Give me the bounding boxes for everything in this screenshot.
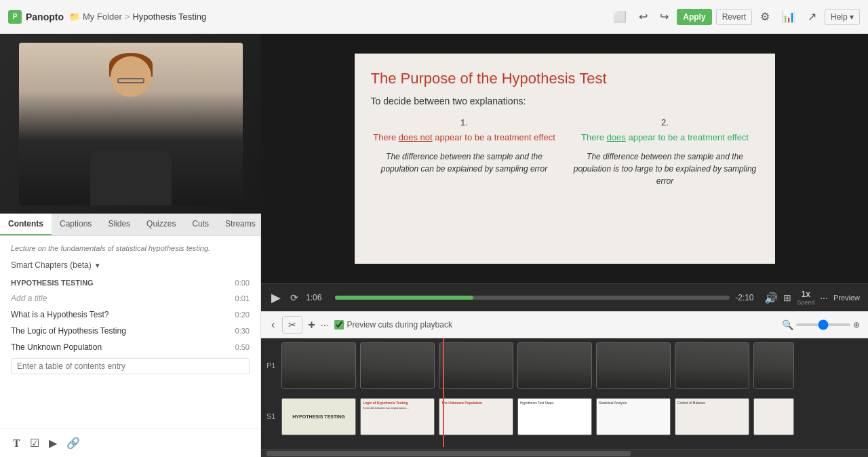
timeline: P1 xyxy=(261,338,868,457)
slide-col2-heading: There does appear to be a treatment effe… xyxy=(572,132,759,144)
clip-p1-2 xyxy=(360,342,435,389)
slide-subtitle: To decide between two explanations: xyxy=(371,96,759,106)
zoom-slider[interactable] xyxy=(796,323,850,326)
editor-toolbar: ‹ ✂ + ··· Preview cuts during playback 🔍… xyxy=(261,311,868,338)
revert-button[interactable]: Revert xyxy=(716,9,752,25)
timeline-content: P1 xyxy=(261,338,868,449)
contents-item-hypothesis-testing[interactable]: HYPOTHESIS TESTING 0:00 xyxy=(0,275,260,290)
contents-item-time: 0:00 xyxy=(235,279,250,287)
contents-item-logic[interactable]: The Logic of Hypothesis Testing 0:30 xyxy=(0,323,260,339)
sidebar: Contents Captions Slides Quizzes Cuts St… xyxy=(0,214,260,457)
slide-col2-num: 2. xyxy=(572,117,759,127)
top-bar: P Panopto 📁 My Folder > Hypothesis Testi… xyxy=(0,0,868,34)
tab-streams[interactable]: Streams xyxy=(217,214,260,235)
clip-s1-2: Logic of Hypothesis Testing To decide be… xyxy=(360,398,435,435)
clip-p1-1 xyxy=(281,342,356,389)
topbar-actions: ⬜ ↩ ↪ Apply Revert ⚙ 📊 ↗ Help ▾ xyxy=(609,7,860,26)
add-button[interactable]: + xyxy=(308,318,315,332)
tab-contents[interactable]: Contents xyxy=(0,214,52,235)
undo-button[interactable]: ↩ xyxy=(635,7,652,26)
speed-value: 1x xyxy=(802,290,810,299)
contents-item-label: HYPOTHESIS TESTING xyxy=(11,279,94,287)
clip-s1-6: Control of Balance xyxy=(675,398,749,435)
slide-col2-text: The difference between the sample and th… xyxy=(572,151,759,187)
rewind-button[interactable]: ⟳ xyxy=(288,290,300,305)
tab-cuts[interactable]: Cuts xyxy=(184,214,217,235)
clip-p1-7 xyxy=(753,342,794,389)
tab-slides[interactable]: Slides xyxy=(100,214,138,235)
sidebar-tabs: Contents Captions Slides Quizzes Cuts St… xyxy=(0,214,260,236)
zoom-controls: 🔍 ⊕ xyxy=(782,319,860,330)
sidebar-toolbar: 𝐓 ☑ ▶ 🔗 xyxy=(0,429,260,457)
s1-label: S1 xyxy=(261,412,281,420)
preview-cuts-label[interactable]: Preview cuts during playback xyxy=(334,320,452,330)
redo-button[interactable]: ↪ xyxy=(656,7,673,26)
preview-cuts-text: Preview cuts during playback xyxy=(347,320,452,330)
slide-frame: The Purpose of the Hypothesis Test To de… xyxy=(355,54,775,264)
smart-chapters-arrow-icon: ▼ xyxy=(94,262,101,269)
cut-button[interactable]: ✂ xyxy=(282,316,302,334)
fullscreen-button[interactable]: ⊞ xyxy=(783,292,791,303)
timeline-back-button[interactable]: ‹ xyxy=(269,317,277,333)
preview-cuts-checkbox[interactable] xyxy=(334,320,344,330)
clip-s1-1: HYPOTHESIS TESTING xyxy=(281,398,356,435)
timeline-row-s1: S1 HYPOTHESIS TESTING Logic of Hypothesi xyxy=(261,393,868,440)
clip-s1-3: The Unknown Population xyxy=(439,398,513,435)
slide-col-2: 2. There does appear to be a treatment e… xyxy=(572,117,759,187)
toc-entry-input-container xyxy=(11,358,250,374)
p1-label: P1 xyxy=(261,361,281,370)
help-button[interactable]: Help ▾ xyxy=(825,9,860,25)
play-button[interactable]: ▶ xyxy=(269,288,283,307)
timeline-scrollbar[interactable] xyxy=(261,449,868,457)
smart-chapters[interactable]: Smart Chapters (beta) ▼ xyxy=(0,258,260,275)
editor-more-button[interactable]: ··· xyxy=(321,319,329,330)
preview-label: Preview xyxy=(833,294,860,302)
apply-button[interactable]: Apply xyxy=(677,9,711,25)
contents-item-time: 0:30 xyxy=(235,327,250,335)
tab-captions[interactable]: Captions xyxy=(52,214,100,235)
volume-button[interactable]: 🔊 xyxy=(764,292,778,304)
zoom-out-button[interactable]: 🔍 xyxy=(782,319,793,330)
clip-s1-4: Hypothesis Test Steps xyxy=(517,398,592,435)
contents-item-unknown-pop[interactable]: The Unknown Population 0:50 xyxy=(0,339,260,355)
contents-item-label: The Logic of Hypothesis Testing xyxy=(11,326,126,336)
stats-button[interactable]: 📊 xyxy=(778,7,800,26)
smart-chapters-label: Smart Chapters (beta) xyxy=(11,260,92,270)
breadcrumb-current: Hypothesis Testing xyxy=(132,12,206,22)
slide-col1-heading: There does not appear to be a treatment … xyxy=(371,132,558,144)
progress-bar-fill xyxy=(335,296,473,300)
caption-icon-button[interactable]: ⬜ xyxy=(609,7,631,26)
speed-label: Speed xyxy=(797,299,814,306)
check-tool-button[interactable]: ☑ xyxy=(28,435,41,452)
toc-entry-input[interactable] xyxy=(11,358,250,374)
link-tool-button[interactable]: 🔗 xyxy=(64,435,82,452)
clip-p1-3 xyxy=(439,342,513,389)
speaker-video xyxy=(19,43,243,205)
tab-quizzes[interactable]: Quizzes xyxy=(138,214,184,235)
contents-item-add-title[interactable]: Add a title 0:01 xyxy=(0,290,260,306)
settings-button[interactable]: ⚙ xyxy=(756,7,774,26)
contents-item-time: 0:50 xyxy=(235,343,250,351)
p1-clips xyxy=(281,341,868,390)
contents-item-time: 0:01 xyxy=(235,294,250,302)
breadcrumb-folder[interactable]: My Folder xyxy=(83,12,122,22)
contents-item-label: The Unknown Population xyxy=(11,342,102,352)
slide-area: The Purpose of the Hypothesis Test To de… xyxy=(261,34,868,283)
clip-s1-5: Statistical Analysis xyxy=(596,398,671,435)
timeline-row-p1: P1 xyxy=(261,338,868,393)
contents-item-time: 0:20 xyxy=(235,311,250,319)
breadcrumb-sep: > xyxy=(125,12,130,22)
contents-item-what-is[interactable]: What is a Hypothesis Test? 0:20 xyxy=(0,306,260,323)
speed-control[interactable]: 1x Speed xyxy=(797,290,814,306)
zoom-in-button[interactable]: ⊕ xyxy=(853,320,860,330)
video-preview xyxy=(0,34,261,214)
export-button[interactable]: ↗ xyxy=(804,7,821,26)
progress-bar[interactable] xyxy=(335,296,730,300)
video-tool-button[interactable]: ▶ xyxy=(47,435,59,452)
sidebar-description: Lecture on the fundamentals of statistic… xyxy=(0,241,260,258)
contents-item-label: Add a title xyxy=(11,294,47,303)
text-tool-button[interactable]: 𝐓 xyxy=(11,435,22,452)
breadcrumb-folder-icon: 📁 xyxy=(69,12,80,22)
more-options-button[interactable]: ··· xyxy=(820,292,828,303)
player-controls: ▶ ⟳ 1:06 -2:10 🔊 ⊞ 1x Speed ··· Preview xyxy=(261,283,868,311)
